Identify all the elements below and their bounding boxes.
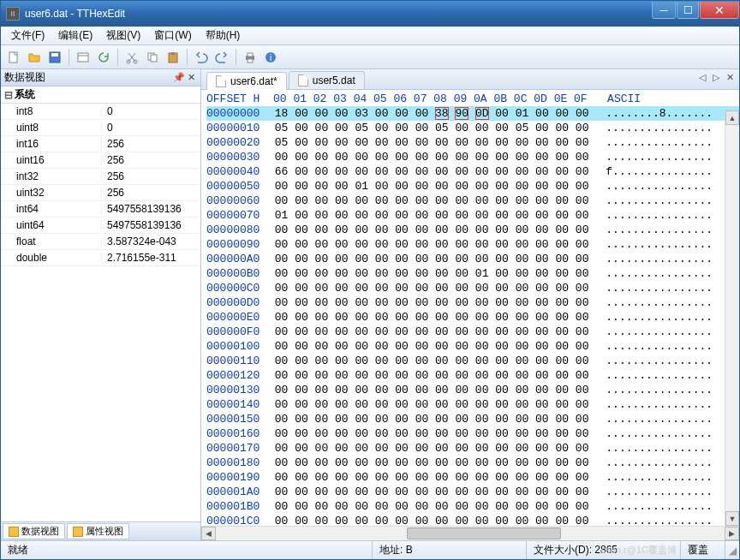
scroll-right-icon[interactable]: ▶ bbox=[725, 527, 739, 540]
menu-window[interactable]: 窗口(W) bbox=[147, 27, 198, 45]
hex-row[interactable]: 00000120 00 00 00 00 00 00 00 00 00 00 0… bbox=[206, 368, 739, 383]
save-icon[interactable] bbox=[45, 48, 64, 67]
hex-row[interactable]: 00000020 05 00 00 00 00 00 00 00 00 00 0… bbox=[206, 135, 739, 150]
content-area: 数据视图 📌 ✕ ⊟ 系统 int80uint80int16256uint162… bbox=[1, 69, 739, 540]
statusbar: 就绪 地址: B 文件大小(D): 2865 csdn.r@1C覆盖博 覆盖 ◢ bbox=[1, 540, 739, 559]
hex-row[interactable]: 00000080 00 00 00 00 00 00 00 00 00 00 0… bbox=[206, 223, 739, 237]
menu-edit[interactable]: 编辑(E) bbox=[51, 27, 99, 45]
property-key: uint16 bbox=[1, 154, 102, 166]
new-file-icon[interactable] bbox=[4, 48, 23, 67]
status-address: 地址: B bbox=[373, 541, 527, 559]
panel-close-icon[interactable]: ✕ bbox=[185, 72, 197, 83]
hex-row[interactable]: 000000E0 00 00 00 00 00 00 00 00 00 00 0… bbox=[206, 310, 739, 325]
property-row[interactable]: int80 bbox=[1, 104, 200, 120]
property-row[interactable]: uint80 bbox=[1, 120, 200, 136]
hex-row[interactable]: 00000110 00 00 00 00 00 00 00 00 00 00 0… bbox=[206, 354, 739, 368]
cut-icon[interactable] bbox=[122, 48, 141, 67]
hex-row[interactable]: 00000030 00 00 00 00 00 00 00 00 00 00 0… bbox=[206, 150, 739, 164]
document-tabs: user6.dat* user5.dat ◁ ▷ ✕ bbox=[201, 69, 739, 90]
sidebar-tabs: 数据视图 属性视图 bbox=[1, 521, 200, 540]
scroll-left-icon[interactable]: ◀ bbox=[201, 527, 216, 540]
property-key: int64 bbox=[1, 203, 102, 215]
hex-row[interactable]: 00000150 00 00 00 00 00 00 00 00 00 00 0… bbox=[206, 412, 739, 426]
property-value: 256 bbox=[102, 187, 200, 199]
hex-row[interactable]: 000001B0 00 00 00 00 00 00 00 00 00 00 0… bbox=[206, 499, 739, 514]
hex-row[interactable]: 00000010 05 00 00 00 05 00 00 00 05 00 0… bbox=[206, 121, 739, 135]
property-row[interactable]: int645497558139136 bbox=[1, 201, 200, 217]
copy-icon[interactable] bbox=[143, 48, 162, 67]
property-key: int32 bbox=[1, 170, 102, 182]
redo-icon[interactable] bbox=[212, 48, 231, 67]
paste-icon[interactable] bbox=[164, 48, 182, 67]
hex-row[interactable]: 000001C0 00 00 00 00 00 00 00 00 00 00 0… bbox=[206, 514, 739, 526]
scroll-up-icon[interactable]: ▲ bbox=[725, 110, 739, 125]
hex-row[interactable]: 000000D0 00 00 00 00 00 00 00 00 00 00 0… bbox=[206, 295, 739, 310]
property-row[interactable]: int32256 bbox=[1, 169, 200, 185]
hex-row[interactable]: 000000A0 00 00 00 00 00 00 00 00 00 00 0… bbox=[206, 252, 739, 266]
svg-rect-12 bbox=[248, 53, 253, 57]
scroll-down-icon[interactable]: ▼ bbox=[725, 511, 739, 526]
hex-row[interactable]: 00000100 00 00 00 00 00 00 00 00 00 00 0… bbox=[206, 339, 739, 354]
close-button[interactable]: ✕ bbox=[700, 2, 739, 19]
vertical-scrollbar[interactable]: ▲ ▼ bbox=[725, 110, 739, 526]
refresh-icon[interactable] bbox=[94, 48, 113, 67]
hex-row[interactable]: 000001A0 00 00 00 00 00 00 00 00 00 00 0… bbox=[206, 485, 739, 499]
undo-icon[interactable] bbox=[192, 48, 211, 67]
tab-user6[interactable]: user6.dat* bbox=[206, 72, 287, 90]
sidebar: 数据视图 📌 ✕ ⊟ 系统 int80uint80int16256uint162… bbox=[1, 69, 201, 540]
property-row[interactable]: uint645497558139136 bbox=[1, 217, 200, 234]
maximize-button[interactable]: ☐ bbox=[677, 2, 699, 19]
tab-attr-view[interactable]: 属性视图 bbox=[67, 523, 129, 539]
tab-user5[interactable]: user5.dat bbox=[289, 71, 365, 89]
svg-rect-13 bbox=[248, 59, 253, 63]
group-header[interactable]: ⊟ 系统 bbox=[1, 86, 200, 104]
hex-row[interactable]: 00000060 00 00 00 00 00 00 00 00 00 00 0… bbox=[206, 194, 739, 208]
help-icon[interactable]: i bbox=[261, 48, 280, 67]
property-row[interactable]: double2.716155e-311 bbox=[1, 250, 200, 266]
property-key: int16 bbox=[1, 138, 102, 150]
menu-help[interactable]: 帮助(H) bbox=[199, 27, 248, 45]
minimize-button[interactable]: ─ bbox=[652, 2, 676, 19]
hex-row[interactable]: 00000090 00 00 00 00 00 00 00 00 00 00 0… bbox=[206, 237, 739, 252]
hex-row[interactable]: 00000040 66 00 00 00 00 00 00 00 00 00 0… bbox=[206, 164, 739, 179]
hex-row[interactable]: 000000F0 00 00 00 00 00 00 00 00 00 00 0… bbox=[206, 325, 739, 339]
print-icon[interactable] bbox=[241, 48, 260, 67]
file-icon bbox=[298, 74, 308, 86]
property-row[interactable]: uint16256 bbox=[1, 152, 200, 169]
collapse-icon[interactable]: ⊟ bbox=[4, 89, 15, 101]
menu-view[interactable]: 视图(V) bbox=[99, 27, 147, 45]
property-row[interactable]: float3.587324e-043 bbox=[1, 234, 200, 250]
app-window: II user6.dat - TTHexEdit ─ ☐ ✕ 文件(F) 编辑(… bbox=[0, 0, 740, 560]
pin-icon[interactable]: 📌 bbox=[173, 72, 185, 83]
svg-rect-3 bbox=[78, 53, 88, 62]
watermark: csdn.r@1C覆盖博 bbox=[601, 544, 677, 557]
hex-row[interactable]: 00000050 00 00 00 00 01 00 00 00 00 00 0… bbox=[206, 179, 739, 194]
hex-row[interactable]: 00000000 18 00 00 00 03 00 00 00 38 90 0… bbox=[206, 106, 739, 121]
tab-next-icon[interactable]: ▷ bbox=[713, 72, 719, 83]
hex-row[interactable]: 00000160 00 00 00 00 00 00 00 00 00 00 0… bbox=[206, 426, 739, 441]
property-value: 2.716155e-311 bbox=[102, 252, 200, 264]
horizontal-scrollbar[interactable]: ◀ ▶ bbox=[201, 526, 739, 540]
property-value: 256 bbox=[102, 138, 200, 150]
titlebar[interactable]: II user6.dat - TTHexEdit ─ ☐ ✕ bbox=[1, 1, 739, 27]
hex-row[interactable]: 000000C0 00 00 00 00 00 00 00 00 00 00 0… bbox=[206, 281, 739, 295]
hex-row[interactable]: 00000170 00 00 00 00 00 00 00 00 00 00 0… bbox=[206, 441, 739, 456]
resize-grip-icon[interactable]: ◢ bbox=[725, 545, 739, 557]
hex-row[interactable]: 00000190 00 00 00 00 00 00 00 00 00 00 0… bbox=[206, 470, 739, 485]
tab-prev-icon[interactable]: ◁ bbox=[699, 72, 706, 83]
tab-data-view[interactable]: 数据视图 bbox=[3, 523, 65, 539]
hex-row[interactable]: 00000130 00 00 00 00 00 00 00 00 00 00 0… bbox=[206, 383, 739, 397]
property-row[interactable]: int16256 bbox=[1, 136, 200, 152]
open-file-icon[interactable] bbox=[25, 48, 44, 67]
property-row[interactable]: uint32256 bbox=[1, 185, 200, 201]
menu-file[interactable]: 文件(F) bbox=[4, 27, 51, 45]
scroll-thumb[interactable] bbox=[407, 527, 561, 539]
properties-icon[interactable] bbox=[74, 48, 92, 67]
hex-editor[interactable]: OFFSET H 00 01 02 03 04 05 06 07 08 09 0… bbox=[201, 90, 739, 540]
hex-row[interactable]: 00000070 01 00 00 00 00 00 00 00 00 00 0… bbox=[206, 208, 739, 223]
hex-row[interactable]: 00000180 00 00 00 00 00 00 00 00 00 00 0… bbox=[206, 456, 739, 470]
hex-row[interactable]: 00000140 00 00 00 00 00 00 00 00 00 00 0… bbox=[206, 397, 739, 412]
tab-close-icon[interactable]: ✕ bbox=[726, 72, 734, 83]
hex-row[interactable]: 000000B0 00 00 00 00 00 00 00 00 00 00 0… bbox=[206, 266, 739, 281]
svg-rect-0 bbox=[9, 52, 17, 63]
